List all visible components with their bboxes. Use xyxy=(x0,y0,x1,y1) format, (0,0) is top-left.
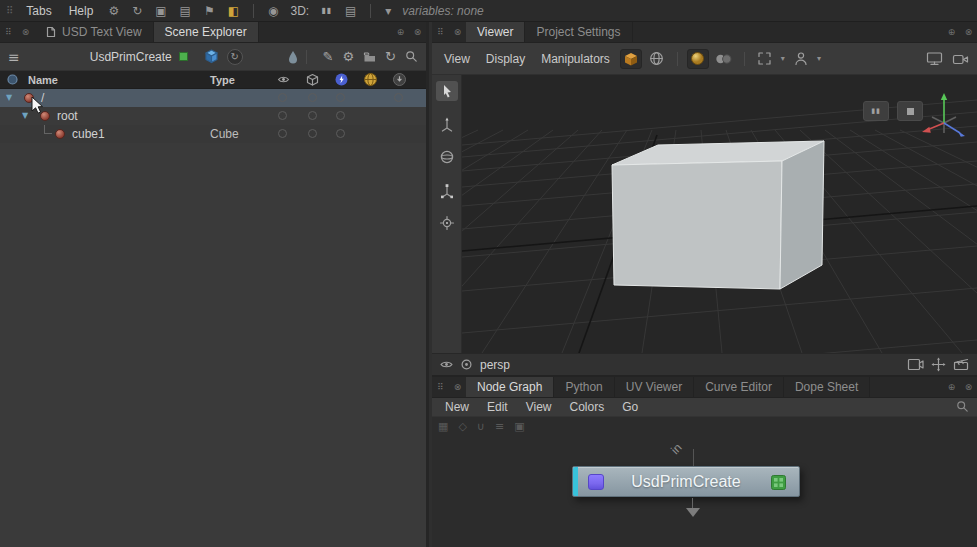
column-header-type[interactable]: Type xyxy=(210,74,235,86)
tab-project-settings[interactable]: Project Settings xyxy=(525,22,632,42)
lighting-toggle[interactable] xyxy=(687,49,709,69)
capture-button[interactable] xyxy=(949,49,971,69)
stop-button[interactable] xyxy=(897,101,923,121)
pane-x-icon[interactable]: ⊗ xyxy=(960,22,977,42)
tab-dope-sheet[interactable]: Dope Sheet xyxy=(784,377,870,397)
pane-close-icon[interactable]: ⊗ xyxy=(449,377,466,397)
pane-close-icon[interactable]: ⊗ xyxy=(17,22,34,42)
pan-move-icon[interactable] xyxy=(931,357,946,372)
light-toggle[interactable] xyxy=(336,93,345,102)
tab-curve-editor[interactable]: Curve Editor xyxy=(694,377,784,397)
tree-row-cube1[interactable]: cube1 Cube xyxy=(0,125,426,143)
light-toggle[interactable] xyxy=(336,129,345,138)
refresh-icon[interactable]: ↻ xyxy=(385,50,396,63)
gear-icon[interactable]: ⚙ xyxy=(102,5,125,17)
pane-x-icon[interactable]: ⊗ xyxy=(960,377,977,397)
translate-tool[interactable] xyxy=(436,114,458,134)
flag-icon[interactable]: ⚑ xyxy=(198,5,221,17)
menu-view[interactable]: View xyxy=(517,400,561,414)
tab-uv-viewer[interactable]: UV Viewer xyxy=(615,377,694,397)
menubar-drag-handle-icon[interactable]: ⠿ xyxy=(6,6,13,16)
tab-scene-explorer[interactable]: Scene Explorer xyxy=(154,22,259,42)
layers-icon[interactable]: ▤ xyxy=(174,5,197,17)
eye-icon[interactable] xyxy=(440,359,453,370)
camera-target-icon[interactable] xyxy=(460,358,473,371)
settings-gear-icon[interactable]: ⚙ xyxy=(342,50,354,63)
snap-grid-icon[interactable]: ▦ xyxy=(438,421,448,432)
menu-help[interactable]: Help xyxy=(61,4,102,18)
viewport-3d[interactable]: ▮▮ xyxy=(462,75,977,353)
playback-knob-icon[interactable]: ◉ xyxy=(262,5,284,17)
pane-layout-icon[interactable]: ⠿ xyxy=(432,22,449,42)
download-toggle[interactable] xyxy=(394,93,403,102)
pane-menu-icon[interactable]: ⊕ xyxy=(943,22,960,42)
geometry-cube-icon[interactable] xyxy=(204,49,219,64)
light-toggle[interactable] xyxy=(336,111,345,120)
scale-tool[interactable] xyxy=(436,180,458,200)
chevron-down-icon[interactable]: ▾ xyxy=(817,55,821,63)
tab-usd-text-view[interactable]: USD Text View xyxy=(34,22,154,42)
snap-align-icon[interactable]: ≡ xyxy=(495,421,504,432)
geometry-toggle[interactable] xyxy=(308,93,317,102)
clapperboard-icon[interactable] xyxy=(953,358,969,371)
visibility-column-eye-icon[interactable] xyxy=(277,73,290,86)
geometry-column-box-icon[interactable] xyxy=(306,73,319,86)
shading-pair-toggle[interactable] xyxy=(713,49,735,69)
pane-menu-icon[interactable]: ⊕ xyxy=(943,377,960,397)
folder-icon[interactable] xyxy=(363,51,376,63)
crop-window-tool[interactable] xyxy=(754,49,776,69)
tab-python[interactable]: Python xyxy=(554,377,614,397)
snap-frame-icon[interactable]: ▣ xyxy=(514,421,524,432)
tree-row-root[interactable]: ▼ root xyxy=(0,107,426,125)
snap-magnet-icon[interactable]: ∪ xyxy=(477,421,485,432)
usd-prim-create-node[interactable]: UsdPrimCreate xyxy=(572,466,800,497)
render-icon[interactable]: ◧ xyxy=(222,5,245,17)
camera-user-tool[interactable] xyxy=(790,49,812,69)
chevron-down-icon[interactable]: ▾ xyxy=(781,55,785,63)
camera-name-label[interactable]: persp xyxy=(480,358,510,372)
film-monitor-icon[interactable] xyxy=(907,358,924,371)
menu-manipulators[interactable]: Manipulators xyxy=(533,52,618,66)
pane-layout-icon[interactable]: ⠿ xyxy=(0,22,17,42)
search-icon[interactable] xyxy=(405,50,418,63)
visibility-toggle[interactable] xyxy=(278,111,287,120)
world-toggle[interactable] xyxy=(646,49,668,69)
reload-icon[interactable]: ↻ xyxy=(227,49,243,65)
save-icon[interactable]: ▣ xyxy=(149,5,172,17)
lightning-column-icon[interactable] xyxy=(335,73,348,86)
expand-arrow-icon[interactable]: ▼ xyxy=(6,94,12,102)
pivot-tool[interactable] xyxy=(436,213,458,233)
menu-go[interactable]: Go xyxy=(613,400,647,414)
input-connection-stub[interactable] xyxy=(693,449,694,466)
tab-viewer[interactable]: Viewer xyxy=(466,22,525,42)
search-icon[interactable] xyxy=(956,400,969,413)
tab-node-graph[interactable]: Node Graph xyxy=(466,377,554,397)
visibility-toggle[interactable] xyxy=(278,93,287,102)
geometry-toggle[interactable] xyxy=(308,129,317,138)
geometry-toggle[interactable] xyxy=(308,111,317,120)
edit-pencil-icon[interactable]: ✎ xyxy=(323,50,334,63)
expand-arrow-icon[interactable]: ▼ xyxy=(22,112,28,120)
pane-layout-icon[interactable]: ⠿ xyxy=(432,377,449,397)
menu-tabs[interactable]: Tabs xyxy=(18,4,59,18)
refresh-icon[interactable]: ↻ xyxy=(126,5,148,17)
menu-colors[interactable]: Colors xyxy=(561,400,614,414)
droplet-icon[interactable] xyxy=(287,50,299,64)
download-column-icon[interactable] xyxy=(393,73,406,86)
display-output-button[interactable] xyxy=(923,49,945,69)
shaded-geometry-toggle[interactable] xyxy=(620,49,642,69)
pause-button[interactable]: ▮▮ xyxy=(863,101,889,121)
globe-column-icon[interactable] xyxy=(364,73,377,86)
pane-menu-icon[interactable]: ⊕ xyxy=(392,22,409,42)
scene-filter-icon[interactable] xyxy=(6,73,19,86)
select-tool[interactable] xyxy=(436,81,458,101)
variables-label[interactable]: variables: none xyxy=(398,4,487,18)
menu-edit[interactable]: Edit xyxy=(478,400,517,414)
pane-x-icon[interactable]: ⊗ xyxy=(409,22,426,42)
hamburger-menu-icon[interactable]: ≡ xyxy=(8,50,20,64)
pane-close-icon[interactable]: ⊗ xyxy=(449,22,466,42)
screen-icon[interactable]: ▤ xyxy=(339,5,362,17)
column-header-name[interactable]: Name xyxy=(28,74,58,86)
output-connection-stub[interactable] xyxy=(692,498,693,508)
menu-view[interactable]: View xyxy=(436,52,478,66)
